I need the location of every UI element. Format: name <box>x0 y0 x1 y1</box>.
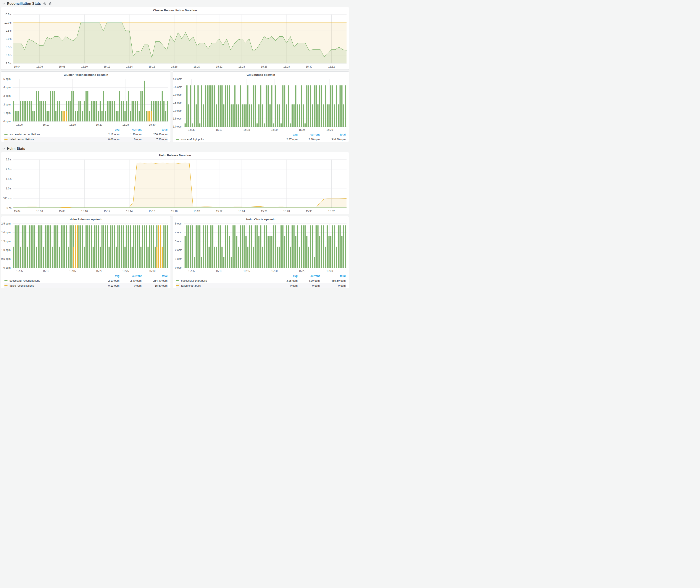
bar-success <box>196 225 197 268</box>
trash-icon[interactable] <box>49 2 52 5</box>
bar-success <box>133 101 134 121</box>
bar-success <box>231 104 232 127</box>
svg-text:15:15: 15:15 <box>244 128 250 131</box>
dashboard: Reconciliation Stats Cluster Reconciliat… <box>0 0 350 294</box>
bar-success <box>75 111 76 121</box>
bar-success <box>297 104 298 127</box>
section-title[interactable]: Helm Stats <box>7 147 25 151</box>
legend-row[interactable]: successful git pulls 2.87 opm 2.40 opm 3… <box>176 137 346 142</box>
panel-title[interactable]: Helm Releases ops/min <box>1 216 171 222</box>
panel-title[interactable]: Helm Charts ops/min <box>173 216 349 222</box>
bar-success <box>27 101 28 121</box>
bar-success <box>55 225 56 268</box>
series-avg: 2.87 opm <box>276 138 298 141</box>
legend-col-avg[interactable]: avg <box>276 133 298 136</box>
bar-success <box>216 104 217 127</box>
bar-success <box>105 111 106 121</box>
svg-text:1.5 opm: 1.5 opm <box>1 240 11 243</box>
svg-text:15:28: 15:28 <box>283 65 290 68</box>
panel-title[interactable]: Cluster Reconciliation Duration <box>1 7 349 13</box>
series-name: failed reconciliations <box>10 138 34 141</box>
section-header-helm-stats[interactable]: Helm Stats <box>1 145 349 152</box>
svg-text:15:25: 15:25 <box>123 270 129 273</box>
bar-success <box>236 236 237 268</box>
legend-row[interactable]: successful reconciliations 2.12 opm 1.20… <box>4 132 168 137</box>
bar-success <box>317 104 318 127</box>
bar-success <box>221 85 223 127</box>
bar-success <box>119 225 120 268</box>
bar-success <box>282 85 283 127</box>
bar-success <box>210 85 211 127</box>
svg-text:15:22: 15:22 <box>216 65 223 68</box>
bar-success <box>190 225 191 268</box>
series-current: 0 opm <box>119 284 142 287</box>
legend-col-avg[interactable]: avg <box>276 275 298 278</box>
bar-success <box>50 91 51 121</box>
legend-header-row: avg current total <box>4 274 168 278</box>
legend-col-avg[interactable]: avg <box>97 275 119 278</box>
bar-success <box>201 257 202 268</box>
bar-success <box>84 101 85 121</box>
panel-title[interactable]: Cluster Reconciliations ops/min <box>1 72 171 77</box>
bar-success <box>108 101 110 121</box>
bars <box>13 225 168 268</box>
legend-row[interactable]: failed reconciliations 0.13 opm 0 opm 15… <box>4 283 168 288</box>
panel-title[interactable]: Git Sources ops/min <box>173 72 349 77</box>
svg-text:15:25: 15:25 <box>299 270 305 273</box>
bar-success <box>29 225 30 268</box>
bar-success <box>71 91 73 121</box>
bar-success <box>139 111 140 121</box>
bar-success <box>186 85 187 127</box>
legend-row[interactable]: successful chart pulls 3.85 opm 4.80 opm… <box>176 278 346 283</box>
legend-col-total[interactable]: total <box>320 275 346 278</box>
bar-success <box>34 111 35 121</box>
section-header-reconciliation-stats[interactable]: Reconciliation Stats <box>1 0 349 7</box>
section-title[interactable]: Reconciliation Stats <box>7 2 41 6</box>
legend-col-current[interactable]: current <box>298 275 320 278</box>
svg-text:15:05: 15:05 <box>188 270 195 273</box>
bar-success <box>27 247 28 268</box>
bar-success <box>292 225 293 268</box>
bar-success <box>139 225 140 268</box>
bar-success <box>34 225 35 268</box>
chart-git-sources-opm: 1.0 opm1.5 opm2.0 opm2.5 opm3.0 opm3.5 o… <box>173 77 349 132</box>
bar-success <box>303 104 304 127</box>
bar-failed <box>149 111 150 121</box>
legend-col-total[interactable]: total <box>142 128 168 131</box>
legend-row[interactable]: failed chart pulls 0 opm 0 opm 0 opm <box>176 283 346 288</box>
legend-col-total[interactable]: total <box>320 133 346 136</box>
svg-text:2.5 opm: 2.5 opm <box>173 101 182 104</box>
svg-text:15:24: 15:24 <box>239 65 245 68</box>
legend-row[interactable]: successful reconciliations 2.10 opm 2.40… <box>4 278 168 283</box>
svg-text:15:20: 15:20 <box>271 270 278 273</box>
svg-text:15:18: 15:18 <box>171 65 177 68</box>
svg-text:2.0 opm: 2.0 opm <box>1 231 11 234</box>
bar-success <box>323 104 324 127</box>
bar-success <box>310 85 311 127</box>
legend-col-current[interactable]: current <box>119 275 142 278</box>
svg-text:10.0 s: 10.0 s <box>4 21 11 24</box>
legend-row[interactable]: failed reconciliations 0.06 opm 0 opm 7.… <box>4 137 168 142</box>
legend-col-avg[interactable]: avg <box>97 128 119 131</box>
bar-success <box>69 225 71 268</box>
bar-success <box>82 225 83 268</box>
gear-icon[interactable] <box>43 2 47 5</box>
bar-success <box>258 236 260 268</box>
bar-success <box>208 247 210 268</box>
bar-success <box>314 257 315 268</box>
bar-success <box>269 236 271 268</box>
bar-success <box>220 225 221 268</box>
legend-col-current[interactable]: current <box>298 133 320 136</box>
svg-text:500 ms: 500 ms <box>3 197 11 200</box>
legend-col-total[interactable]: total <box>142 275 168 278</box>
legend-col-current[interactable]: current <box>119 128 142 131</box>
bar-success <box>149 225 150 268</box>
bar-success <box>96 225 97 268</box>
bar-success <box>47 111 48 121</box>
svg-text:2.0 s: 2.0 s <box>6 168 11 171</box>
bar-success <box>201 85 202 127</box>
svg-text:1.5 opm: 1.5 opm <box>173 117 182 120</box>
bar-success <box>135 101 136 121</box>
panel-title[interactable]: Helm Release Duration <box>1 152 349 158</box>
bar-success <box>31 225 32 268</box>
